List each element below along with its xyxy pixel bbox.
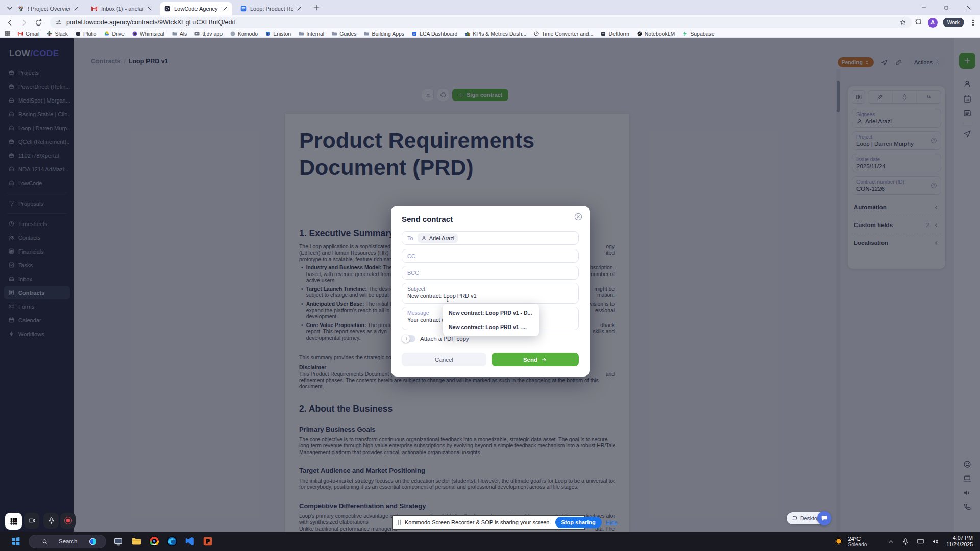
browser-tab[interactable]: ! Project Overview - Loop - Lov: [13, 2, 83, 15]
taskbar-search[interactable]: Search: [29, 535, 106, 548]
record-icon: [64, 517, 72, 524]
profile-avatar[interactable]: A: [928, 18, 938, 28]
volume-icon[interactable]: [932, 538, 939, 545]
window-close-button[interactable]: [958, 0, 980, 15]
bookmark-label: Als: [180, 31, 187, 37]
folder-bookmark-icon: [172, 31, 178, 37]
bookmark-item[interactable]: Internal: [298, 31, 324, 37]
bookmark-item[interactable]: Plutio: [75, 31, 96, 37]
recorder-widget-button[interactable]: [5, 513, 22, 530]
file-explorer-icon[interactable]: [131, 536, 142, 547]
to-field[interactable]: To Ariel Arazi: [402, 231, 579, 245]
tab-close-icon[interactable]: [222, 6, 228, 12]
send-button[interactable]: Send: [492, 353, 579, 366]
bookmark-item[interactable]: Time Converter and...: [533, 31, 593, 37]
bookmark-item[interactable]: WWhimsical: [132, 31, 164, 37]
gmail-bookmark-icon: [17, 31, 23, 37]
cancel-button[interactable]: Cancel: [402, 353, 486, 366]
window-minimize-button[interactable]: [913, 0, 935, 15]
subject-suggestion[interactable]: New contract: Loop PRD v1 -...: [443, 320, 539, 334]
tab-close-icon[interactable]: [73, 6, 79, 12]
cc-field[interactable]: CC: [402, 249, 579, 263]
extensions-puzzle-icon[interactable]: [915, 18, 923, 27]
back-icon[interactable]: [6, 18, 14, 27]
cast-icon[interactable]: [917, 538, 924, 545]
browser-tab[interactable]: Loop: Product Requirements D: [236, 2, 306, 15]
bookmark-item[interactable]: LCA Dashboard: [411, 31, 457, 37]
close-icon[interactable]: [574, 213, 582, 221]
supabase-bookmark-icon: [682, 31, 688, 37]
bookmark-label: Eniston: [273, 31, 291, 37]
start-button[interactable]: [10, 536, 21, 547]
bookmark-item[interactable]: Guides: [331, 31, 356, 37]
chat-icon: [821, 515, 828, 522]
chrome-icon[interactable]: [149, 536, 160, 547]
recipient-chip[interactable]: Ariel Arazi: [418, 233, 458, 243]
plutio-bookmark-icon: [75, 31, 81, 37]
stop-recording-button[interactable]: [60, 513, 76, 529]
stop-sharing-button[interactable]: Stop sharing: [555, 517, 602, 528]
browser-navbar: portal.lowcode.agency/contracts/9WfckXEg…: [0, 15, 980, 30]
bookmark-label: Drive: [112, 31, 125, 37]
tray-mic-icon[interactable]: [902, 538, 910, 545]
bookmark-item[interactable]: Komodo: [230, 31, 258, 37]
bookmark-item[interactable]: Drive: [104, 31, 125, 37]
drag-handle-icon[interactable]: [398, 520, 401, 525]
bookmark-item[interactable]: NotebookLM: [636, 31, 675, 37]
sun-icon: [833, 536, 844, 547]
vscode-icon[interactable]: [184, 536, 195, 547]
bookmark-label: Gmail: [26, 31, 39, 37]
bookmark-item[interactable]: KPIs & Metrics Dash...: [464, 31, 526, 37]
apps-grid-icon[interactable]: [4, 30, 11, 37]
profile-label[interactable]: Work: [943, 18, 964, 27]
reload-icon[interactable]: [34, 18, 43, 27]
weather-widget[interactable]: 24°CSoleado: [833, 536, 867, 547]
bookmark-item[interactable]: tl;dv app: [194, 31, 223, 37]
subject-suggestion[interactable]: New contract: Loop PRD v1 - D...: [443, 306, 539, 320]
edge-icon[interactable]: [166, 536, 178, 547]
chevron-up-icon[interactable]: [887, 538, 895, 545]
forward-icon[interactable]: [20, 18, 29, 27]
tab-close-icon[interactable]: [146, 6, 153, 12]
window-maximize-button[interactable]: [935, 0, 958, 15]
camera-button[interactable]: [24, 513, 39, 529]
bookmark-item[interactable]: Als: [172, 31, 187, 37]
screen-share-bar: Kommodo Screen Recorder & SOP is sharing…: [392, 515, 585, 530]
hide-link[interactable]: Hide: [606, 519, 618, 525]
slack-bookmark-icon: [46, 31, 53, 37]
bookmark-label: NotebookLM: [645, 31, 675, 37]
chat-fab-button[interactable]: [817, 511, 831, 525]
taskbar-clock[interactable]: 4:07 PM11/24/2025: [946, 535, 973, 548]
url-bar[interactable]: portal.lowcode.agency/contracts/9WfckXEg…: [50, 17, 912, 28]
bookmark-item[interactable]: eEniston: [265, 31, 291, 37]
bookmark-item[interactable]: Building Apps: [363, 31, 404, 37]
tab-title: Loop: Product Requirements D: [250, 6, 293, 12]
browser-tab-strip: ! Project Overview - Loop - LovInbox (1)…: [0, 0, 980, 15]
camera-icon: [28, 517, 36, 524]
eniston-bookmark-icon: e: [265, 31, 271, 37]
attach-pdf-label: Attach a PDF copy: [420, 336, 469, 342]
subject-field[interactable]: Subject New contract: Loop PRD v1: [402, 283, 579, 304]
modal-title: Send contract: [402, 215, 579, 223]
kpi-bookmark-icon: [464, 31, 471, 37]
bookmark-item[interactable]: Supabase: [682, 31, 714, 37]
microphone-button[interactable]: [43, 513, 59, 529]
search-icon: [35, 538, 55, 545]
browser-tab[interactable]: LowCode Agency: [160, 2, 232, 15]
tab-close-icon[interactable]: [296, 6, 302, 12]
komodo-bookmark-icon: [230, 31, 236, 37]
whimsical-bookmark-icon: W: [132, 31, 138, 37]
browser-tab[interactable]: Inbox (1) - ariela@lowcode.age: [87, 2, 157, 15]
new-tab-button[interactable]: [312, 4, 321, 12]
site-info-icon[interactable]: [55, 19, 62, 26]
bcc-field[interactable]: BCC: [402, 266, 579, 280]
bookmark-item[interactable]: Slack: [46, 31, 68, 37]
bookmark-item[interactable]: Gmail: [17, 31, 39, 37]
attach-pdf-toggle[interactable]: [402, 335, 415, 342]
powerpoint-icon[interactable]: P: [202, 536, 213, 547]
bookmark-item[interactable]: Deftform: [600, 31, 629, 37]
folder-bookmark-icon: [363, 31, 370, 37]
browser-menu-icon[interactable]: [969, 19, 977, 27]
bookmark-star-icon[interactable]: [899, 19, 906, 26]
task-view-icon[interactable]: [113, 536, 124, 547]
